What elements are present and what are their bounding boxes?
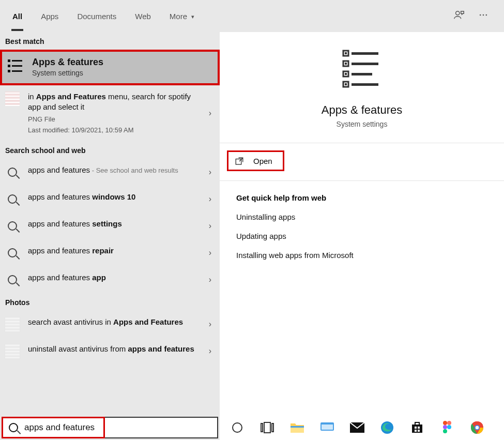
tab-web[interactable]: Web: [126, 8, 160, 25]
best-match-result[interactable]: Apps & features System settings: [0, 50, 220, 85]
microsoft-store-icon[interactable]: [410, 420, 424, 435]
help-heading: Get quick help from web: [236, 193, 504, 202]
svg-rect-24: [261, 423, 263, 432]
preview-subtitle: System settings: [337, 120, 388, 128]
apps-features-icon: [6, 57, 25, 75]
tab-apps[interactable]: Apps: [32, 8, 68, 25]
search-icon: [8, 248, 17, 257]
section-best-match: Best match: [0, 32, 220, 50]
preview-title: Apps & features: [322, 103, 403, 117]
search-box[interactable]: [2, 417, 218, 438]
svg-rect-26: [272, 423, 273, 432]
open-label: Open: [253, 157, 272, 165]
taskbar: [220, 415, 504, 440]
web-result-text: apps and features: [28, 165, 90, 174]
chevron-right-icon: ›: [209, 194, 211, 204]
best-match-subtitle: System settings: [32, 69, 103, 77]
svg-rect-30: [322, 424, 333, 430]
apps-features-large-icon: [340, 47, 384, 92]
chevron-right-icon: ›: [209, 275, 211, 284]
search-results-column: Best match Apps & features System settin…: [0, 32, 220, 415]
svg-point-3: [486, 14, 487, 16]
open-button[interactable]: Open: [227, 150, 284, 171]
search-icon: [8, 221, 17, 231]
svg-point-23: [233, 423, 242, 432]
svg-rect-4: [8, 59, 10, 62]
feedback-icon[interactable]: [453, 9, 465, 23]
photo-result-1[interactable]: uninstall avast antivirus from apps and …: [0, 338, 220, 365]
figma-icon[interactable]: [440, 420, 454, 435]
svg-point-40: [447, 421, 451, 425]
svg-point-46: [476, 426, 479, 429]
tab-documents[interactable]: Documents: [68, 8, 126, 25]
svg-rect-6: [8, 65, 10, 67]
svg-rect-37: [415, 430, 417, 432]
thumbnail-icon: [5, 344, 20, 358]
tab-all[interactable]: All: [3, 8, 32, 25]
svg-point-1: [480, 14, 481, 16]
chevron-right-icon: ›: [209, 109, 211, 118]
tab-more-label: More: [170, 12, 187, 21]
web-result-1[interactable]: apps and features windows 10 ›: [0, 186, 220, 213]
file-explorer-icon[interactable]: [290, 420, 304, 435]
svg-rect-5: [12, 60, 22, 62]
svg-point-41: [443, 425, 447, 429]
mail-icon[interactable]: [350, 420, 364, 435]
chevron-right-icon: ›: [209, 248, 211, 257]
divider: [220, 143, 504, 143]
svg-rect-21: [352, 83, 378, 86]
svg-point-39: [443, 421, 447, 425]
web-result-0[interactable]: apps and features - See school and web r…: [0, 159, 220, 186]
svg-rect-9: [12, 70, 22, 72]
chevron-right-icon: ›: [209, 346, 211, 356]
section-search-web: Search school and web: [0, 141, 220, 159]
svg-rect-11: [345, 52, 347, 54]
photo-result-0[interactable]: search avast antivirus in Apps and Featu…: [0, 311, 220, 338]
open-external-icon: [235, 157, 244, 166]
file-result-modified: Last modified: 10/9/2021, 10:59 AM: [28, 126, 198, 135]
chrome-icon[interactable]: [470, 420, 484, 435]
best-match-title: Apps & features: [32, 57, 103, 68]
keyboard-icon[interactable]: [320, 420, 334, 435]
thumbnail-icon: [5, 92, 20, 106]
cortana-icon[interactable]: [230, 420, 245, 435]
svg-rect-18: [352, 73, 372, 75]
svg-point-0: [456, 11, 460, 14]
search-box-area: [0, 415, 220, 440]
web-result-4[interactable]: apps and features app ›: [0, 266, 220, 293]
edge-icon[interactable]: [380, 420, 394, 435]
help-link-1[interactable]: Updating apps: [236, 232, 504, 240]
svg-rect-25: [264, 422, 270, 433]
search-icon: [9, 423, 18, 432]
task-view-icon[interactable]: [260, 420, 274, 435]
svg-rect-28: [291, 426, 304, 428]
help-link-2[interactable]: Installing web apps from Microsoft: [236, 251, 504, 260]
svg-rect-8: [8, 70, 10, 72]
svg-rect-7: [12, 65, 22, 67]
svg-rect-35: [415, 427, 417, 429]
chevron-right-icon: ›: [209, 168, 211, 177]
thumbnail-icon: [5, 317, 20, 331]
svg-point-43: [443, 429, 447, 433]
search-icon: [8, 275, 17, 284]
chevron-right-icon: ›: [209, 320, 211, 329]
ellipsis-icon[interactable]: [478, 10, 488, 23]
svg-point-2: [483, 14, 484, 16]
svg-rect-15: [352, 63, 378, 65]
tab-more[interactable]: More ▾: [160, 8, 204, 25]
file-result[interactable]: in Apps and Features menu, search for sp…: [0, 85, 220, 141]
search-input[interactable]: [24, 422, 211, 433]
file-result-title: in Apps and Features menu, search for sp…: [28, 92, 191, 111]
svg-rect-34: [415, 422, 419, 425]
file-result-type: PNG File: [28, 115, 198, 124]
svg-rect-20: [345, 83, 347, 85]
svg-point-42: [447, 425, 451, 429]
section-photos: Photos: [0, 293, 220, 311]
web-result-3[interactable]: apps and features repair ›: [0, 239, 220, 266]
search-icon: [8, 194, 17, 204]
svg-rect-33: [412, 424, 422, 433]
help-link-0[interactable]: Uninstalling apps: [236, 213, 504, 221]
svg-rect-12: [352, 52, 378, 55]
web-result-2[interactable]: apps and features settings ›: [0, 213, 220, 239]
svg-rect-17: [345, 73, 347, 75]
